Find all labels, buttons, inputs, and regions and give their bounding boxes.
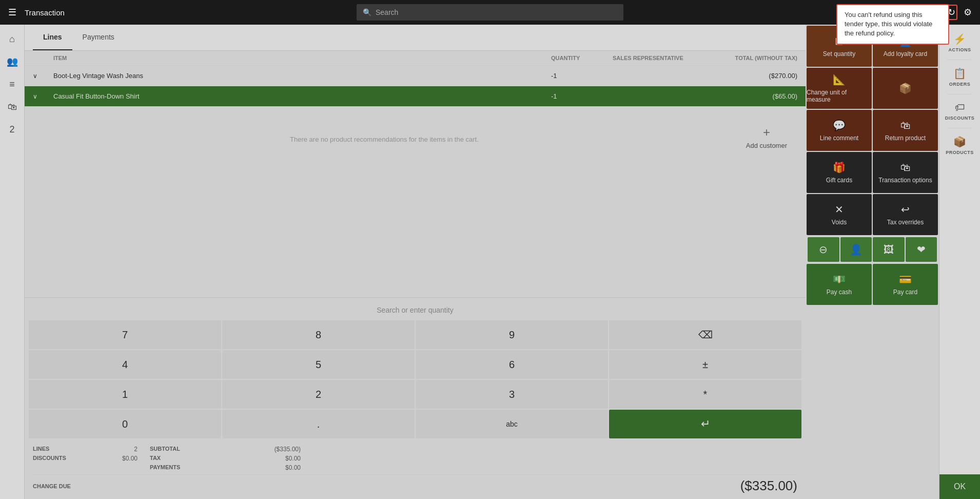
numpad-enter[interactable]: ↵ [609,410,801,438]
sidebar-products[interactable]: 📦 PRODUCTS [942,131,978,159]
main-container: ⌂ 👥 ≡ 🛍 2 Lines Payments ITEM QUANTITY S… [0,25,980,499]
small-buttons-row: ⊖ 👤 🖼 ❤ [807,236,938,263]
row-item-name: Casual Fit Button-Down Shirt [53,92,551,100]
tab-payments[interactable]: Payments [72,25,125,50]
add-customer-plus-icon: + [763,125,770,140]
numpad-multiply[interactable]: * [609,380,801,409]
return-product-button[interactable]: 🛍 Return product [873,110,938,151]
tax-label: TAX [150,455,232,462]
numpad-plusminus[interactable]: ± [609,350,801,379]
numpad-9[interactable]: 9 [416,320,608,349]
pay-card-button[interactable]: 💳 Pay card [873,264,938,305]
numpad: 7 8 9 ⌫ 4 5 6 ± 1 2 3 * 0 . abc [25,318,806,440]
voids-icon: ✕ [835,203,844,216]
sidebar-badge-icon[interactable]: 2 [2,119,23,140]
tax-overrides-label: Tax overrides [887,219,924,226]
products-label: PRODUCTS [946,150,974,155]
minus-circle-icon: ⊖ [819,243,828,256]
top-nav: ☰ Transaction 🔍 Search 💬 ↻ ⚙ [0,0,980,25]
card-image-icon: 🖼 [884,244,894,256]
pay-card-label: Pay card [893,289,917,296]
table-row[interactable]: ∨ Casual Fit Button-Down Shirt -1 ($65.0… [25,86,806,107]
numpad-5[interactable]: 5 [222,350,415,379]
small-btn-card-image[interactable]: 🖼 [873,237,905,262]
comment-icon: 💬 [833,119,846,131]
table-header: ITEM QUANTITY SALES REPRESENTATIVE TOTAL… [25,51,806,66]
add-customer-button[interactable]: + Add customer [736,115,797,160]
small-btn-minus[interactable]: ⊖ [808,237,839,262]
gift-cards-icon: 🎁 [833,161,846,174]
change-due-label: CHANGE DUE [33,483,71,489]
products-icon: 📦 [953,136,966,148]
sidebar-users-icon[interactable]: 👥 [2,51,23,72]
row-item-name: Boot-Leg Vintage Wash Jeans [53,72,551,80]
pay-card-icon: 💳 [899,273,912,285]
orders-icon: 📋 [953,67,966,80]
small-btn-heart[interactable]: ❤ [906,237,937,262]
sidebar-number: 2 [9,124,14,135]
sidebar-menu-icon[interactable]: ≡ [2,74,23,94]
no-recommendations: There are no product recommendations for… [33,115,736,164]
numpad-2[interactable]: 2 [222,380,415,409]
numpad-8[interactable]: 8 [222,320,415,349]
numpad-3[interactable]: 3 [416,380,608,409]
box-action-button[interactable]: 📦 [873,68,938,109]
tab-lines[interactable]: Lines [33,25,72,50]
actions-label: ACTIONS [949,47,971,52]
search-bar[interactable]: 🔍 Search [357,4,623,21]
change-due-value: ($335.00) [740,478,797,494]
sidebar-home-icon[interactable]: ⌂ [2,29,23,49]
sidebar-discounts[interactable]: 🏷 DISCOUNTS [942,98,978,125]
gift-cards-label: Gift cards [826,177,852,184]
change-unit-button[interactable]: 📐 Change unit of measure [807,68,872,109]
line-comment-button[interactable]: 💬 Line comment [807,110,872,151]
col-chevron [33,55,53,61]
add-loyalty-label: Add loyalty card [884,50,927,57]
numpad-backspace[interactable]: ⌫ [609,320,801,349]
tax-overrides-button[interactable]: ↩ Tax overrides [873,194,938,235]
error-tooltip: You can't refund using this tender type,… [836,4,949,45]
error-message: You can't refund using this tender type,… [845,11,932,37]
row-quantity: -1 [551,92,613,100]
ok-button[interactable]: OK [939,474,980,499]
row-total: ($270.00) [715,72,797,80]
numpad-abc[interactable]: abc [416,410,608,438]
summary-area: LINES 2 SUBTOTAL ($335.00) DISCOUNTS $0.… [25,440,806,499]
col-total: TOTAL (WITHOUT TAX) [715,55,797,61]
pay-cash-button[interactable]: 💵 Pay cash [807,264,872,305]
gift-cards-button[interactable]: 🎁 Gift cards [807,152,872,193]
tax-overrides-icon: ↩ [901,203,910,216]
col-sales-rep: SALES REPRESENTATIVE [613,55,715,61]
numpad-dot[interactable]: . [222,410,415,438]
actions-icon: ⚡ [953,33,966,45]
hamburger-menu[interactable]: ☰ [8,7,16,18]
change-unit-label: Change unit of measure [807,89,872,103]
pay-cash-icon: 💵 [833,273,846,285]
voids-button[interactable]: ✕ Voids [807,194,872,235]
discounts-label: DISCOUNTS [33,455,84,462]
lines-label: LINES [33,446,84,453]
transaction-tabs: Lines Payments [25,25,806,51]
numpad-7[interactable]: 7 [29,320,221,349]
sidebar-bag-icon[interactable]: 🛍 [2,97,23,117]
transaction-options-button[interactable]: 🛍 Transaction options [873,152,938,193]
small-btn-person[interactable]: 👤 [840,237,872,262]
numpad-0[interactable]: 0 [29,410,221,438]
action-panel: ⊞ Set quantity 👤 Add loyalty card 📐 Chan… [806,25,939,499]
numpad-1[interactable]: 1 [29,380,221,409]
sidebar-orders[interactable]: 📋 ORDERS [942,63,978,91]
settings-icon[interactable]: ⚙ [964,7,972,18]
add-customer-label: Add customer [746,142,787,149]
payments-label: PAYMENTS [150,464,232,471]
search-quantity-label: Search or enter quantity [25,298,806,318]
table-row[interactable]: ∨ Boot-Leg Vintage Wash Jeans -1 ($270.0… [25,66,806,86]
numpad-4[interactable]: 4 [29,350,221,379]
col-quantity: QUANTITY [551,55,613,61]
discounts-label: DISCOUNTS [945,116,975,121]
left-sidebar: ⌂ 👥 ≡ 🛍 2 [0,25,25,499]
transaction-options-label: Transaction options [878,177,932,184]
discounts-icon: 🏷 [955,102,965,113]
sidebar-divider-2 [948,94,972,94]
set-quantity-label: Set quantity [823,50,855,57]
numpad-6[interactable]: 6 [416,350,608,379]
